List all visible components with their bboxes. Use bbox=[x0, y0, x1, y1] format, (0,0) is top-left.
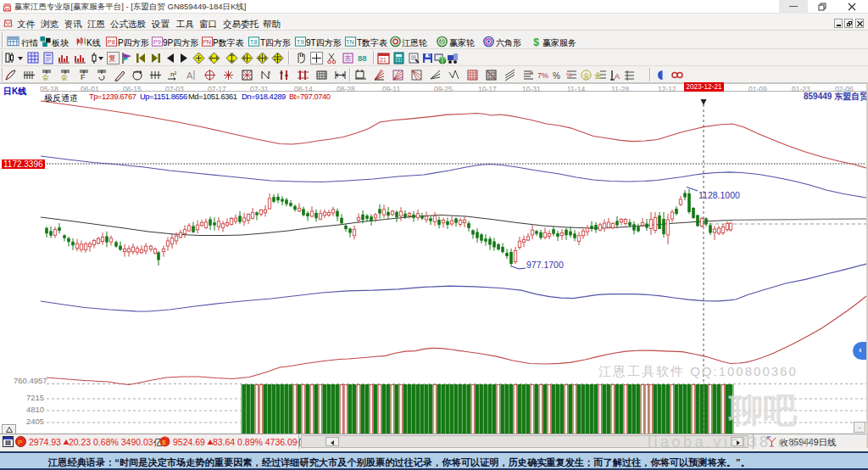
svg-text:1172.3396: 1172.3396 bbox=[3, 159, 43, 169]
svg-text:977.1700: 977.1700 bbox=[526, 260, 564, 270]
svg-text:P: P bbox=[18, 439, 22, 446]
svg-text:1128.1000: 1128.1000 bbox=[698, 190, 740, 200]
svg-text:$: $ bbox=[162, 439, 166, 446]
